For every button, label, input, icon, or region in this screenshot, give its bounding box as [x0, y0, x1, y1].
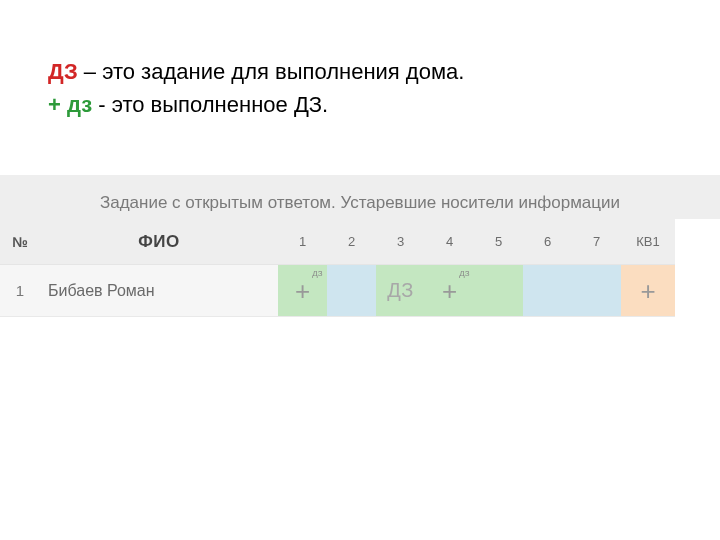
header-col-5: 5 — [474, 219, 523, 265]
cell-7[interactable] — [572, 265, 621, 317]
cell-5[interactable] — [474, 265, 523, 317]
header-fio: ФИО — [40, 219, 278, 265]
task-title: Задание с открытым ответом. Устаревшие н… — [0, 175, 720, 219]
table-grid: № ФИО 1 2 3 4 5 6 7 КВ1 1 Бибаев Роман Д… — [0, 219, 720, 317]
row-name: Бибаев Роман — [40, 265, 278, 317]
legend-dz-rest: – это задание для выполнения дома. — [78, 59, 465, 84]
header-col-2: 2 — [327, 219, 376, 265]
header-col-6: 6 — [523, 219, 572, 265]
cell-4-badge: ДЗ — [459, 269, 470, 278]
cell-3-mark: ДЗ — [387, 279, 414, 302]
cell-1-mark: + — [295, 278, 310, 304]
legend-dz-label: ДЗ — [48, 59, 78, 84]
header-kv1: КВ1 — [621, 219, 675, 265]
header-col-3: 3 — [376, 219, 425, 265]
row-num: 1 — [0, 265, 40, 317]
cell-1[interactable]: ДЗ + — [278, 265, 327, 317]
legend-block: ДЗ – это задание для выполнения дома. + … — [48, 55, 690, 121]
legend-plusdz-rest: - это выполненное ДЗ. — [92, 92, 328, 117]
cell-kv1[interactable]: + — [621, 265, 675, 317]
cell-4[interactable]: ДЗ + — [425, 265, 474, 317]
cell-4-mark: + — [442, 278, 457, 304]
legend-line-2: + дз - это выполненное ДЗ. — [48, 88, 690, 121]
cell-6[interactable] — [523, 265, 572, 317]
cell-2[interactable] — [327, 265, 376, 317]
header-col-4: 4 — [425, 219, 474, 265]
grade-table: Задание с открытым ответом. Устаревшие н… — [0, 175, 720, 317]
legend-line-1: ДЗ – это задание для выполнения дома. — [48, 55, 690, 88]
cell-3[interactable]: ДЗ — [376, 265, 425, 317]
header-num: № — [0, 219, 40, 265]
cell-kv1-mark: + — [640, 278, 655, 304]
header-col-1: 1 — [278, 219, 327, 265]
header-col-7: 7 — [572, 219, 621, 265]
legend-plusdz-label: + дз — [48, 92, 92, 117]
cell-1-badge: ДЗ — [312, 269, 323, 278]
